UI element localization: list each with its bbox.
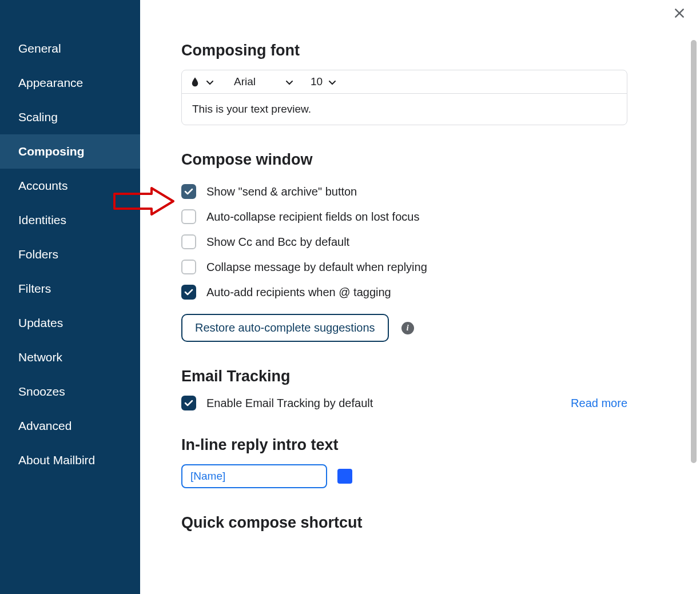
heading-email-tracking: Email Tracking [181, 368, 700, 385]
sidebar-item-label: Scaling [18, 110, 58, 123]
checkbox-enable-tracking[interactable] [181, 396, 196, 410]
option-label: Enable Email Tracking by default [206, 397, 373, 410]
scrollbar-thumb[interactable] [691, 40, 697, 463]
inline-reply-color-swatch[interactable] [337, 469, 352, 484]
font-size-dropdown[interactable] [326, 75, 339, 88]
font-toolbar: Arial 10 [182, 70, 627, 94]
sidebar-item-label: General [18, 42, 61, 55]
option-auto-collapse: Auto-collapse recipient fields on lost f… [181, 204, 700, 229]
close-button[interactable] [674, 6, 685, 22]
font-color-icon[interactable] [190, 75, 200, 88]
font-color-dropdown[interactable] [204, 75, 216, 88]
font-size-label: 10 [299, 75, 323, 88]
sidebar-item-identities[interactable]: Identities [0, 203, 140, 237]
sidebar-item-label: Identities [18, 213, 66, 226]
option-label: Show Cc and Bcc by default [206, 236, 349, 249]
heading-compose-window: Compose window [181, 151, 700, 169]
sidebar-item-accounts[interactable]: Accounts [0, 169, 140, 203]
option-send-archive: Show "send & archive" button [181, 179, 700, 204]
settings-content: Composing font Arial 10 This is your tex… [140, 0, 700, 594]
sidebar-item-label: Appearance [18, 76, 83, 89]
option-auto-add-recipients: Auto-add recipients when @ tagging [181, 280, 700, 305]
font-family-label: Arial [220, 75, 280, 88]
info-icon[interactable]: i [401, 322, 414, 334]
font-preview-text: This is your text preview. [182, 94, 627, 125]
checkbox-collapse-message[interactable] [181, 260, 196, 274]
chevron-down-icon [206, 76, 213, 88]
sidebar-item-updates[interactable]: Updates [0, 306, 140, 340]
sidebar-item-label: Accounts [18, 179, 67, 192]
option-label: Collapse message by default when replyin… [206, 261, 427, 274]
sidebar-item-label: About Mailbird [18, 453, 95, 467]
sidebar-item-composing[interactable]: Composing [0, 134, 140, 169]
checkbox-auto-add-recipients[interactable] [181, 285, 196, 300]
option-label: Auto-add recipients when @ tagging [206, 286, 391, 299]
chevron-down-icon [286, 76, 293, 88]
sidebar-item-snoozes[interactable]: Snoozes [0, 374, 140, 409]
checkbox-show-cc-bcc[interactable] [181, 234, 196, 249]
settings-sidebar: General Appearance Scaling Composing Acc… [0, 0, 140, 594]
restore-autocomplete-button[interactable]: Restore auto-complete suggestions [181, 314, 389, 342]
checkbox-auto-collapse[interactable] [181, 209, 196, 224]
option-label: Show "send & archive" button [206, 185, 357, 198]
sidebar-item-label: Network [18, 350, 62, 364]
option-label: Auto-collapse recipient fields on lost f… [206, 210, 419, 224]
heading-quick-compose: Quick compose shortcut [181, 514, 700, 532]
heading-inline-reply: In-line reply intro text [181, 436, 700, 454]
scrollbar-track [691, 0, 697, 594]
inline-reply-input[interactable] [181, 464, 327, 488]
sidebar-item-folders[interactable]: Folders [0, 237, 140, 272]
checkbox-send-archive[interactable] [181, 184, 196, 199]
sidebar-item-label: Filters [18, 282, 51, 295]
font-family-dropdown[interactable] [283, 75, 296, 88]
sidebar-item-filters[interactable]: Filters [0, 272, 140, 306]
option-enable-tracking: Enable Email Tracking by default [181, 396, 373, 410]
sidebar-item-label: Snoozes [18, 385, 65, 398]
sidebar-item-scaling[interactable]: Scaling [0, 100, 140, 134]
read-more-link[interactable]: Read more [571, 397, 627, 410]
chevron-down-icon [329, 76, 336, 88]
sidebar-item-about[interactable]: About Mailbird [0, 443, 140, 477]
sidebar-item-label: Advanced [18, 419, 71, 432]
sidebar-item-advanced[interactable]: Advanced [0, 409, 140, 443]
inline-reply-row [181, 464, 700, 488]
sidebar-item-appearance[interactable]: Appearance [0, 66, 140, 100]
compose-window-options: Show "send & archive" button Auto-collap… [181, 179, 700, 305]
sidebar-item-label: Folders [18, 248, 58, 261]
option-show-cc-bcc: Show Cc and Bcc by default [181, 229, 700, 254]
option-collapse-message: Collapse message by default when replyin… [181, 254, 700, 280]
close-icon [674, 5, 685, 22]
tracking-row: Enable Email Tracking by default Read mo… [181, 396, 627, 410]
heading-composing-font: Composing font [181, 42, 700, 59]
restore-row: Restore auto-complete suggestions i [181, 314, 700, 342]
font-card: Arial 10 This is your text preview. [181, 70, 627, 125]
sidebar-item-label: Composing [18, 145, 85, 158]
sidebar-item-network[interactable]: Network [0, 340, 140, 374]
sidebar-item-general[interactable]: General [0, 31, 140, 66]
sidebar-item-label: Updates [18, 316, 63, 329]
